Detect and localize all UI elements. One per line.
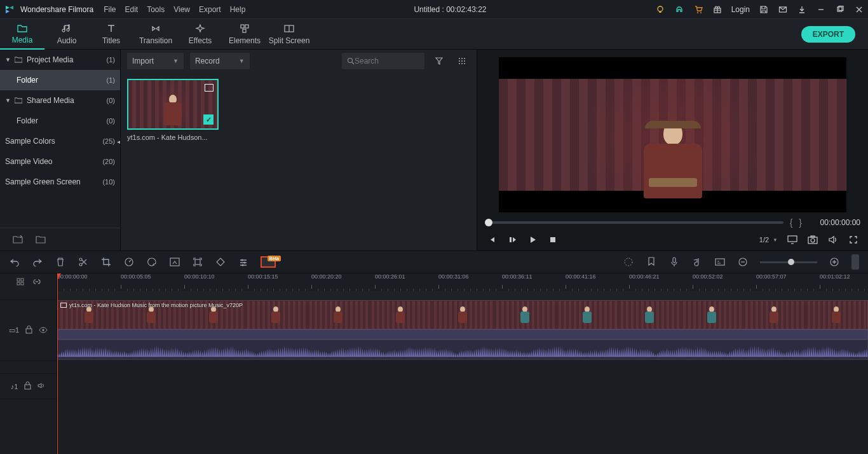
ruler-tick: 00:00:00:00 xyxy=(57,273,88,280)
zoom-handle[interactable] xyxy=(788,259,794,265)
prev-frame-button[interactable] xyxy=(486,234,498,245)
cart-icon[interactable] xyxy=(693,4,703,15)
scrubber-handle[interactable] xyxy=(485,219,492,226)
menu-tools[interactable]: Tools xyxy=(147,5,165,14)
color-button[interactable] xyxy=(146,256,158,268)
lock-icon[interactable] xyxy=(25,326,32,335)
voiceover-button[interactable] xyxy=(668,256,680,268)
grid-view-icon[interactable] xyxy=(454,53,470,69)
display-settings-icon[interactable] xyxy=(787,234,798,245)
search-input[interactable] xyxy=(342,53,424,69)
audio-mixer-button[interactable] xyxy=(691,256,703,268)
svg-rect-22 xyxy=(510,237,512,242)
clip-audio-track[interactable] xyxy=(57,340,868,360)
sparkle-icon xyxy=(195,24,205,34)
mark-out-button[interactable]: } xyxy=(799,217,802,228)
zoom-fit-button[interactable] xyxy=(851,254,859,270)
maximize-button[interactable] xyxy=(835,4,845,15)
sidebar-item-sample-green[interactable]: Sample Green Screen (10) xyxy=(0,172,120,192)
menu-file[interactable]: File xyxy=(104,5,116,14)
adjust-button[interactable] xyxy=(238,256,249,268)
motion-tracking-button[interactable] xyxy=(192,256,203,268)
tab-elements[interactable]: Elements xyxy=(222,19,267,50)
mark-in-button[interactable]: { xyxy=(790,217,793,228)
menu-help[interactable]: Help xyxy=(230,5,246,14)
menu-export[interactable]: Export xyxy=(199,5,221,14)
volume-icon[interactable] xyxy=(827,234,839,245)
link-toggle-icon[interactable] xyxy=(32,277,41,288)
caption-button[interactable] xyxy=(714,256,726,268)
audio-track-icon[interactable]: ♪1 xyxy=(11,383,18,390)
sidebar-item-shared-media[interactable]: ▼ Shared Media (0) xyxy=(0,90,120,111)
tab-transition-label: Transition xyxy=(139,36,172,45)
collapse-sidebar-icon[interactable]: ◀ xyxy=(117,139,120,145)
delete-button[interactable] xyxy=(55,256,66,268)
split-button[interactable] xyxy=(78,256,89,268)
redo-button[interactable] xyxy=(32,256,43,268)
search-field[interactable] xyxy=(355,57,412,65)
sidebar-item-label: Project Media xyxy=(27,55,107,64)
import-dropdown[interactable]: Import▼ xyxy=(127,53,184,69)
minimize-button[interactable] xyxy=(816,4,826,15)
tab-titles[interactable]: Titles xyxy=(89,19,133,50)
support-icon[interactable] xyxy=(674,4,684,15)
sidebar-item-project-media[interactable]: ▼ Project Media (1) xyxy=(0,50,120,70)
save-icon[interactable] xyxy=(759,4,769,15)
tips-icon[interactable] xyxy=(655,4,665,15)
tab-transition[interactable]: Transition xyxy=(133,19,178,50)
fullscreen-icon[interactable] xyxy=(848,234,859,245)
zoom-in-button[interactable] xyxy=(829,256,840,268)
marker-button[interactable] xyxy=(646,256,657,268)
gift-icon[interactable] xyxy=(712,4,722,15)
timeline-settings-icon[interactable] xyxy=(16,277,25,288)
audio-stretch-button[interactable]: Beta xyxy=(261,256,276,268)
stop-button[interactable] xyxy=(547,234,559,245)
mail-icon[interactable] xyxy=(778,4,788,15)
playhead[interactable] xyxy=(57,273,58,291)
mute-icon[interactable] xyxy=(37,382,46,390)
close-button[interactable] xyxy=(854,4,864,15)
record-dropdown[interactable]: Record▼ xyxy=(190,53,250,69)
preview-video[interactable] xyxy=(499,57,846,212)
filter-icon[interactable] xyxy=(431,53,447,69)
media-thumbnail[interactable]: ✓ yt1s.com - Kate Hudson... xyxy=(127,79,219,141)
tab-audio[interactable]: Audio xyxy=(44,19,89,50)
speed-button[interactable] xyxy=(123,256,135,268)
lock-icon[interactable] xyxy=(24,382,31,391)
music-track-row[interactable] xyxy=(57,374,868,399)
login-link[interactable]: Login xyxy=(731,5,750,14)
timeline-tracks[interactable]: yt1s.com - Kate Hudson Music from the mo… xyxy=(57,291,868,454)
zoom-out-button[interactable] xyxy=(737,256,749,268)
scrubber-track[interactable] xyxy=(485,221,783,224)
tab-splitscreen[interactable]: Split Screen xyxy=(267,19,311,50)
visibility-icon[interactable] xyxy=(39,327,48,334)
sidebar-item-sample-colors[interactable]: Sample Colors (25) xyxy=(0,131,120,151)
sidebar-item-folder-1[interactable]: Folder (1) xyxy=(0,70,120,90)
preview-quality-dropdown[interactable]: 1/2▼ xyxy=(759,236,778,244)
video-track-icon[interactable]: ▭1 xyxy=(9,326,19,334)
snapshot-icon[interactable] xyxy=(807,234,818,245)
export-button[interactable]: EXPORT xyxy=(801,26,855,43)
undo-button[interactable] xyxy=(9,256,20,268)
download-icon[interactable] xyxy=(797,4,807,15)
render-preview-button[interactable] xyxy=(623,256,634,268)
effect-strip[interactable] xyxy=(57,329,868,340)
green-screen-button[interactable] xyxy=(169,256,180,268)
sidebar-item-sample-video[interactable]: Sample Video (20) xyxy=(0,151,120,172)
video-clip[interactable]: yt1s.com - Kate Hudson Music from the mo… xyxy=(57,300,868,329)
zoom-slider[interactable] xyxy=(760,261,817,263)
new-folder-icon[interactable] xyxy=(13,235,23,245)
play-pause-button[interactable] xyxy=(506,234,518,245)
playhead-line[interactable] xyxy=(57,291,58,454)
folder-plain-icon[interactable] xyxy=(36,235,46,245)
crop-button[interactable] xyxy=(100,256,112,268)
tab-effects[interactable]: Effects xyxy=(178,19,222,50)
keyframe-button[interactable] xyxy=(215,256,226,268)
play-button[interactable] xyxy=(527,234,538,245)
sidebar-item-folder-2[interactable]: Folder (0) xyxy=(0,111,120,131)
tab-media[interactable]: Media xyxy=(0,19,44,50)
menu-edit[interactable]: Edit xyxy=(125,5,139,14)
menu-view[interactable]: View xyxy=(173,5,190,14)
timeline-ruler[interactable]: 00:00:00:0000:00:05:0500:00:10:1000:00:1… xyxy=(57,273,868,291)
ruler-tick: 00:00:26:01 xyxy=(375,273,405,280)
